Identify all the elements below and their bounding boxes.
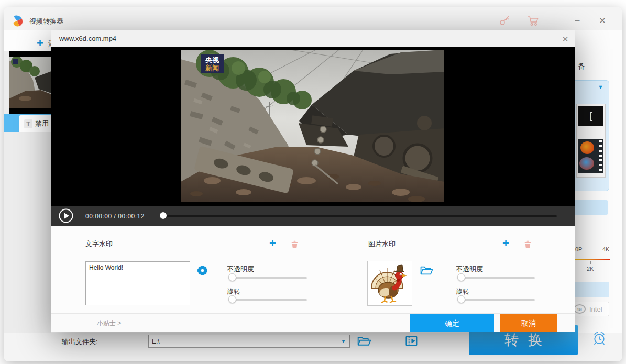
browse-folder-icon[interactable] [357, 335, 371, 347]
convert-button-label: 转换 [504, 330, 552, 349]
text-watermark-divider [70, 256, 314, 256]
register-key-icon[interactable] [499, 15, 510, 26]
delete-image-watermark-icon[interactable] [523, 239, 532, 249]
open-output-file-icon[interactable] [405, 335, 419, 347]
text-track-icon: T [24, 119, 32, 128]
seek-slider-thumb[interactable] [160, 212, 167, 219]
dialog-close-icon[interactable]: ✕ [559, 34, 571, 45]
delete-text-watermark-icon[interactable] [290, 239, 299, 249]
text-opacity-slider[interactable] [229, 277, 307, 279]
time-current: 00:00:00 [85, 213, 112, 220]
film-image-top [580, 141, 594, 154]
minimize-button[interactable]: – [571, 15, 584, 27]
text-rotate-slider[interactable] [229, 299, 307, 301]
track-tab-row: T 禁用 [4, 114, 51, 132]
resolution-label-2k: 2K [587, 266, 594, 272]
add-image-watermark-button[interactable]: + [502, 239, 509, 248]
text-rotate-label: 旋转 [227, 287, 240, 296]
video-thumbnail-image [9, 57, 51, 108]
browse-image-folder-icon[interactable] [420, 265, 433, 276]
titlebar-divider [557, 14, 557, 28]
add-file-plus-icon[interactable]: + [37, 37, 43, 50]
time-separator: / [114, 213, 116, 220]
toolbar: + 添 [4, 30, 51, 51]
intel-label: Intel [589, 305, 602, 313]
tips-link[interactable]: 小贴士 > [97, 319, 121, 328]
image-rotate-thumb[interactable] [457, 295, 465, 303]
seek-slider[interactable] [160, 215, 557, 217]
cart-icon[interactable] [527, 15, 540, 27]
cctv-logo-line1: 央视 [205, 56, 219, 64]
cancel-button[interactable]: 取消 [500, 314, 557, 332]
text-watermark-header: 文字水印 [85, 239, 113, 249]
image-opacity-slider[interactable] [458, 277, 535, 279]
ok-button[interactable]: 确定 [410, 314, 494, 332]
resolution-tick-4k [607, 255, 607, 258]
text-rotate-thumb[interactable] [228, 295, 236, 303]
tab-label: 禁用 [35, 119, 49, 128]
combo-dropdown-icon[interactable]: ▼ [337, 335, 349, 347]
app-title: 视频转换器 [29, 17, 63, 26]
right-panel-bar-2 [569, 282, 609, 297]
cctv-logo-line2: 新闻 [205, 64, 219, 72]
tab-subtitle-disabled[interactable]: T 禁用 [19, 115, 51, 132]
watermark-image-preview[interactable] [367, 261, 412, 306]
image-watermark-header: 图片水印 [368, 239, 396, 249]
format-dropdown-icon[interactable]: ▼ [598, 84, 603, 90]
intel-logo-icon: tel [574, 304, 586, 314]
time-duration: 00:00:12 [118, 213, 145, 220]
image-rotate-label: 旋转 [456, 287, 469, 296]
output-folder-combobox[interactable]: E:\ ▼ [148, 335, 350, 348]
resolution-tick-2k [590, 261, 591, 264]
close-button[interactable]: ✕ [596, 15, 609, 27]
resolution-slider[interactable] [569, 259, 610, 260]
output-folder-label: 输出文件夹: [62, 337, 98, 347]
right-panel-partial-text: 备 [578, 62, 585, 71]
video-thumbnail[interactable] [9, 51, 51, 114]
resolution-label-1080p: 0P [575, 246, 582, 252]
format-thumb-dark[interactable]: [ [578, 106, 603, 126]
dialog-header[interactable] [51, 30, 575, 47]
image-opacity-thumb[interactable] [457, 273, 465, 281]
text-settings-gear-icon[interactable] [197, 265, 208, 276]
time-display: 00:00:00 / 00:00:12 [85, 213, 145, 220]
resolution-label-4k: 4K [602, 246, 609, 252]
film-sprockets [599, 140, 602, 172]
film-image-bottom [579, 157, 594, 170]
play-button[interactable] [59, 208, 73, 223]
format-thumb-film[interactable] [578, 139, 603, 173]
screen: 视频转换器 – ✕ + 添 [0, 0, 626, 364]
dialog-footer [51, 313, 575, 332]
add-text-watermark-button[interactable]: + [269, 239, 276, 248]
image-watermark-divider [360, 256, 557, 256]
image-rotate-slider[interactable] [458, 299, 535, 301]
intel-badge: tel Intel [570, 302, 609, 316]
video-preview[interactable]: 央视 新闻 [181, 50, 444, 202]
schedule-alarm-icon[interactable] [592, 331, 607, 346]
app-logo-icon [12, 15, 24, 27]
text-opacity-thumb[interactable] [228, 273, 236, 281]
output-folder-value: E:\ [149, 338, 337, 345]
dialog-title: www.x6d.com.mp4 [59, 35, 116, 42]
turkey-image [369, 263, 410, 304]
watermark-text-input[interactable]: Hello World! [85, 261, 190, 305]
text-opacity-label: 不透明度 [227, 264, 254, 274]
image-opacity-label: 不透明度 [456, 264, 483, 274]
